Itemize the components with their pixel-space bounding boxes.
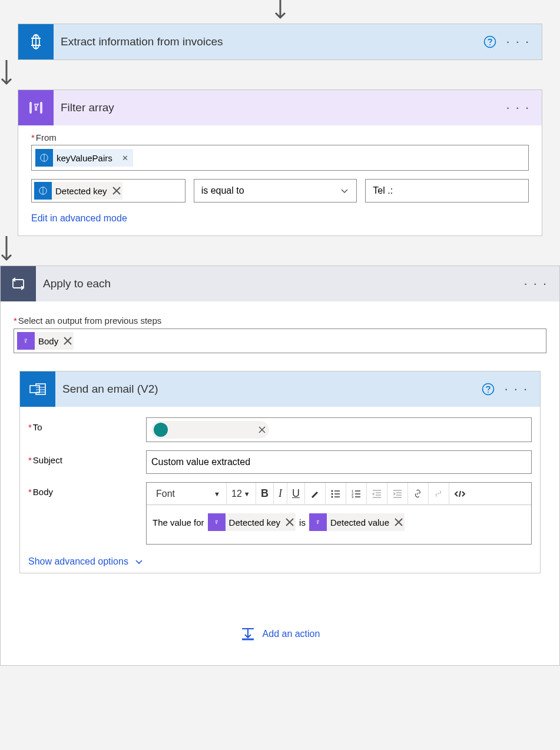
step-header[interactable]: Send an email (V2) · · · [20,371,540,407]
token-body[interactable]: Body [17,332,74,350]
step-header[interactable]: Apply to each · · · [1,266,559,301]
numbered-list-button[interactable]: 123 [346,483,367,505]
recipient-pill[interactable] [151,421,269,439]
svg-text:3: 3 [352,495,354,499]
show-advanced-link[interactable]: Show advanced options [28,556,532,567]
bold-button[interactable]: B [256,483,274,505]
step-filter-array: Filter array · · · *From keyValuePairs ✕… [18,89,542,236]
body-content[interactable]: The value for Detected key is Detected v [147,505,531,544]
token-detected-key[interactable]: Detected key [208,513,296,531]
ai-icon [35,149,53,167]
underline-button[interactable]: U [287,483,305,505]
indent-button[interactable] [387,483,408,505]
remove-token-icon[interactable] [62,335,74,347]
token-detected-key[interactable]: Detected key [34,182,122,200]
body-label: *Body [28,482,146,497]
filter-icon [18,90,54,125]
svg-line-43 [459,491,460,497]
step-extract-invoices[interactable]: Extract information from invoices · · · [18,24,542,60]
subject-input[interactable]: Custom value extracted [146,450,532,474]
filter-icon [208,513,226,531]
step-title: Extract information from invoices [54,35,483,48]
svg-point-25 [332,493,333,495]
step-send-email: Send an email (V2) · · · *To [19,371,541,573]
svg-point-23 [332,490,333,492]
token-detected-value[interactable]: Detected value [309,513,405,531]
remove-token-icon[interactable]: ✕ [117,154,133,162]
svg-point-27 [332,496,333,497]
ai-icon [18,24,54,59]
editor-toolbar: Font▼ 12▼ B I U 123 [147,483,531,505]
add-action-button[interactable]: Add an action [240,626,320,642]
italic-button[interactable]: I [274,483,287,505]
step-title: Filter array [54,101,506,114]
avatar [154,423,168,437]
more-icon[interactable]: · · · [523,276,548,291]
condition-operator-select[interactable]: is equal to [194,179,357,203]
svg-rect-15 [30,386,39,393]
unlink-button[interactable] [429,483,449,505]
add-action-row: Add an action [14,626,546,642]
outdent-button[interactable] [367,483,387,505]
from-label: *From [31,132,529,142]
subject-label: *Subject [28,450,146,465]
ai-icon [34,182,52,200]
remove-token-icon[interactable] [393,516,405,528]
svg-point-20 [488,391,489,393]
body-editor: Font▼ 12▼ B I U 123 [146,482,532,545]
step-title: Apply to each [36,277,523,290]
step-title: Send an email (V2) [55,383,482,396]
select-output-input[interactable]: Body [14,328,546,353]
select-output-label: *Select an output from previous steps [14,316,546,326]
edit-advanced-link[interactable]: Edit in advanced mode [31,213,529,224]
more-icon[interactable]: · · · [504,381,528,397]
svg-point-2 [489,44,491,45]
step-header[interactable]: Filter array · · · [18,90,542,125]
condition-value-input[interactable]: Tel .: [365,179,529,203]
insert-icon [240,626,256,642]
remove-recipient-icon[interactable] [257,425,267,434]
arrow-connector [0,60,560,89]
highlight-button[interactable] [305,483,326,505]
step-apply-to-each: Apply to each · · · *Select an output fr… [0,266,560,666]
condition-field[interactable]: Detected key [31,179,185,203]
to-input[interactable] [146,417,532,442]
loop-icon [1,266,36,301]
to-label: *To [28,417,146,432]
arrow-connector [0,0,560,24]
more-icon[interactable]: · · · [506,100,530,115]
chevron-down-icon [340,186,349,195]
more-icon[interactable]: · · · [506,34,530,49]
token-keyvaluepairs[interactable]: keyValuePairs ✕ [35,149,133,167]
remove-token-icon[interactable] [111,185,122,197]
filter-icon [309,513,327,531]
help-icon[interactable] [483,35,496,48]
outlook-icon [20,371,55,407]
filter-icon [17,332,35,350]
font-select[interactable]: Font▼ [150,483,227,505]
help-icon[interactable] [482,383,495,396]
code-view-button[interactable] [449,483,470,505]
remove-token-icon[interactable] [284,516,296,528]
link-button[interactable] [408,483,429,505]
arrow-connector [0,236,560,266]
from-input[interactable]: keyValuePairs ✕ [31,145,529,171]
bullet-list-button[interactable] [326,483,346,505]
font-size-select[interactable]: 12▼ [227,483,256,505]
